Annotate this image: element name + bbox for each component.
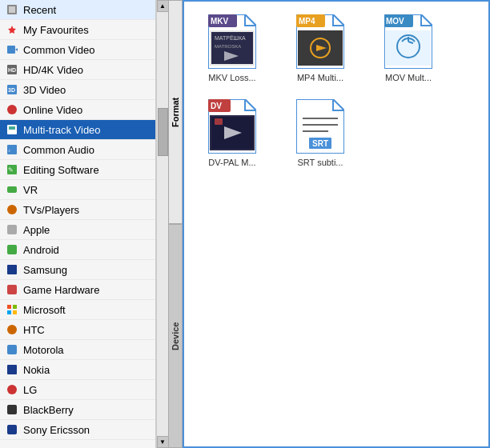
svg-text:МАТРЁШКА: МАТРЁШКА: [215, 35, 246, 41]
svg-marker-3: [15, 48, 18, 51]
svg-text:MATROSKA: MATROSKA: [215, 44, 241, 49]
svg-text:DV: DV: [211, 102, 222, 110]
common-video-label: Common Video: [23, 44, 94, 56]
svg-point-26: [7, 325, 17, 334]
online-video-icon: [5, 102, 19, 117]
blackberry-label: BlackBerry: [23, 404, 74, 416]
sidebar-item-multi-video[interactable]: Multi-track Video: [0, 120, 155, 140]
sidebar-item-android[interactable]: Android: [0, 240, 155, 260]
svg-rect-29: [7, 385, 17, 394]
srt-label: SRT subti...: [297, 158, 343, 167]
tab-device[interactable]: Device: [168, 224, 183, 448]
vr-label: VR: [23, 184, 38, 196]
favourites-icon: [5, 22, 19, 37]
editing-sw-label: Editing Software: [23, 164, 99, 176]
vertical-tabs: Format Device: [168, 0, 183, 448]
svg-text:♪: ♪: [8, 148, 10, 153]
svg-rect-16: [7, 186, 17, 193]
apple-label: Apple: [23, 224, 50, 236]
svg-text:MP4: MP4: [299, 17, 315, 26]
sidebar-item-nokia[interactable]: Nokia: [0, 360, 155, 380]
sidebar-item-vr[interactable]: VR: [0, 180, 155, 200]
svg-rect-59: [215, 118, 223, 125]
samsung-label: Samsung: [23, 264, 67, 276]
sidebar-item-favourites[interactable]: My Favourites: [0, 20, 155, 40]
samsung-icon: [5, 262, 19, 277]
sidebar-item-recent[interactable]: Recent: [0, 0, 155, 20]
sidebar-item-hd-video[interactable]: HDHD/4K Video: [0, 60, 155, 80]
lg-icon: [5, 382, 19, 397]
nokia-icon: [5, 362, 19, 377]
sidebar-item-apple[interactable]: Apple: [0, 220, 155, 240]
recent-icon: [5, 2, 19, 17]
sony-ericsson-icon: [5, 422, 19, 437]
htc-label: HTC: [23, 324, 45, 336]
svg-text:✎: ✎: [8, 166, 14, 174]
main-container: RecentMy FavouritesCommon VideoHDHD/4K V…: [0, 0, 490, 448]
mov-icon: MOV: [380, 14, 436, 70]
mp4-label: MP4 Multi...: [297, 73, 343, 82]
htc-icon: [5, 322, 19, 337]
file-item-mkv[interactable]: MKV МАТРЁШКА MATROSKA MKV Loss...: [192, 10, 272, 86]
sidebar-scrollbar[interactable]: ▲ ▼: [156, 0, 168, 448]
svg-rect-30: [7, 405, 17, 414]
android-icon: [5, 242, 19, 257]
svg-rect-23: [13, 305, 17, 309]
sidebar-item-editing-sw[interactable]: ✎Editing Software: [0, 160, 155, 180]
apple-icon: [5, 222, 19, 237]
svg-text:MOV: MOV: [386, 17, 404, 26]
multi-video-label: Multi-track Video: [23, 124, 101, 136]
sidebar-item-common-video[interactable]: Common Video: [0, 40, 155, 60]
left-panel: RecentMy FavouritesCommon VideoHDHD/4K V…: [0, 0, 183, 448]
online-video-label: Online Video: [23, 104, 82, 116]
sidebar-item-microsoft[interactable]: Microsoft: [0, 300, 155, 320]
sidebar-item-htc[interactable]: HTC: [0, 320, 155, 340]
sidebar-item-samsung[interactable]: Samsung: [0, 260, 155, 280]
sidebar-item-lg[interactable]: LG: [0, 380, 155, 400]
svg-rect-1: [9, 6, 15, 13]
sony-ericsson-label: Sony Ericsson: [23, 424, 90, 436]
mkv-label: MKV Loss...: [208, 73, 255, 82]
hd-video-label: HD/4K Video: [23, 64, 83, 76]
file-grid: MKV МАТРЁШКА MATROSKA MKV Loss... MP4 MP…: [192, 10, 480, 171]
favourites-label: My Favourites: [23, 24, 89, 36]
file-item-mp4[interactable]: MP4 MP4 Multi...: [280, 10, 360, 86]
sidebar-item-blackberry[interactable]: BlackBerry: [0, 400, 155, 420]
multi-video-icon: [5, 122, 19, 137]
srt-icon: SRT: [292, 98, 348, 154]
svg-rect-25: [13, 310, 17, 314]
svg-text:SRT: SRT: [312, 139, 328, 148]
sidebar-item-online-video[interactable]: Online Video: [0, 100, 155, 120]
svg-point-8: [7, 105, 17, 114]
sidebar-item-tvs-players[interactable]: TVs/Players: [0, 200, 155, 220]
scroll-down-button[interactable]: ▼: [157, 436, 169, 448]
sidebar: RecentMy FavouritesCommon VideoHDHD/4K V…: [0, 0, 156, 448]
scroll-thumb[interactable]: [158, 108, 168, 156]
file-item-dv[interactable]: DV DV-PAL M...: [192, 94, 272, 171]
nokia-label: Nokia: [23, 364, 50, 376]
recent-label: Recent: [23, 4, 56, 16]
svg-text:MKV: MKV: [211, 17, 229, 26]
microsoft-label: Microsoft: [23, 304, 66, 316]
svg-rect-28: [7, 365, 17, 374]
svg-text:3D: 3D: [8, 87, 15, 93]
game-hw-label: Game Hardware: [23, 284, 99, 296]
android-label: Android: [23, 244, 59, 256]
svg-rect-18: [7, 225, 17, 234]
mkv-icon: MKV МАТРЁШКА MATROSKA: [204, 14, 260, 70]
file-item-mov[interactable]: MOV MOV Mult...: [368, 10, 448, 86]
tab-format[interactable]: Format: [168, 0, 183, 224]
sidebar-item-game-hw[interactable]: Game Hardware: [0, 280, 155, 300]
tvs-players-icon: [5, 202, 19, 217]
sidebar-item-3d-video[interactable]: 3D3D Video: [0, 80, 155, 100]
common-video-icon: [5, 42, 19, 57]
motorola-icon: [5, 342, 19, 357]
file-item-srt[interactable]: SRT SRT subti...: [280, 94, 360, 171]
sidebar-item-sony-ericsson[interactable]: Sony Ericsson: [0, 420, 155, 440]
sidebar-item-motorola[interactable]: Motorola: [0, 340, 155, 360]
common-audio-icon: ♪: [5, 142, 19, 157]
svg-rect-27: [7, 345, 17, 354]
svg-rect-10: [9, 126, 12, 130]
sidebar-item-common-audio[interactable]: ♪Common Audio: [0, 140, 155, 160]
scroll-up-button[interactable]: ▲: [157, 0, 169, 12]
